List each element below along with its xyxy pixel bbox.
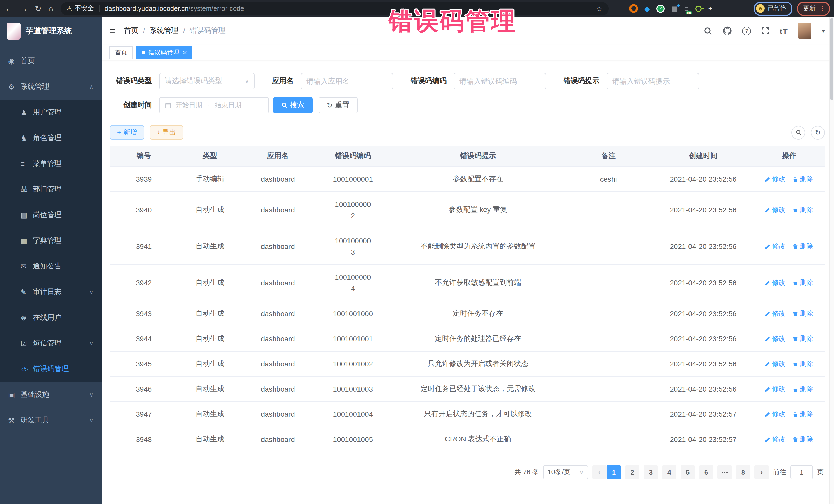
app-name-input[interactable] [301, 73, 393, 89]
delete-link[interactable]: 删除 [793, 385, 813, 394]
sidebar-item-system-mgmt[interactable]: ⚙系统管理∧ [0, 74, 102, 100]
grid-extension-icon[interactable]: ▦◆ [672, 5, 678, 12]
next-page-button[interactable]: › [754, 465, 769, 479]
refresh-table-button[interactable]: ↻ [811, 126, 825, 139]
browser-menu-kebab-icon[interactable]: ⋮ [819, 5, 826, 12]
browser-reload-icon[interactable]: ↻ [35, 5, 41, 12]
sidebar-item-label: 错误码管理 [33, 365, 69, 374]
error-hint-input[interactable] [607, 73, 699, 89]
breadcrumb-home[interactable]: 首页 [124, 26, 138, 36]
sidebar-item-notice[interactable]: ✉通知公告 [0, 254, 102, 279]
page-size-select[interactable]: 10条/页 ∨ [543, 465, 588, 479]
sidebar-item-dict-mgmt[interactable]: ▦字典管理 [0, 228, 102, 254]
help-icon[interactable]: ? [742, 26, 751, 35]
browser-forward-icon[interactable]: → [20, 5, 28, 12]
page-button-4[interactable]: 4 [662, 465, 676, 479]
edit-link[interactable]: 修改 [765, 410, 786, 419]
cell-id: 3947 [110, 401, 178, 427]
font-size-icon[interactable]: tT [780, 26, 788, 35]
add-button[interactable]: + 新增 [110, 125, 144, 139]
delete-link[interactable]: 删除 [793, 359, 813, 369]
role-icon: ♞ [21, 134, 33, 142]
edit-link[interactable]: 修改 [765, 309, 786, 318]
edit-link[interactable]: 修改 [765, 435, 786, 444]
orange-extension-icon[interactable] [629, 4, 638, 13]
sidebar-item-sms-mgmt[interactable]: ☑短信管理∨ [0, 330, 102, 356]
tab-error-code[interactable]: 错误码管理 ✕ [136, 46, 193, 59]
browser-profile-chip[interactable]: ☻ 已暂停 [754, 1, 792, 16]
page-button-2[interactable]: 2 [625, 465, 639, 479]
extension-on-badge: on [686, 11, 692, 14]
user-avatar[interactable] [798, 23, 812, 39]
sidebar-item-user-mgmt[interactable]: ♟用户管理 [0, 100, 102, 125]
search-icon[interactable] [704, 26, 712, 35]
tab-home[interactable]: 首页 [109, 46, 133, 59]
create-time-range-picker[interactable]: 开始日期 - 结束日期 [159, 97, 269, 113]
browser-update-chip[interactable]: 更新 ⋮ [797, 1, 830, 16]
edit-link[interactable]: 修改 [765, 334, 786, 343]
browser-home-icon[interactable]: ⌂ [48, 5, 53, 12]
hamburger-icon[interactable]: ≡ [109, 25, 115, 37]
sidebar-item-online-user[interactable]: ⊛在线用户 [0, 305, 102, 330]
sidebar-item-error-code-mgmt[interactable]: </>错误码管理 [0, 356, 102, 382]
edit-link[interactable]: 修改 [765, 359, 786, 369]
page-button-6[interactable]: 6 [699, 465, 714, 479]
sidebar-item-role-mgmt[interactable]: ♞角色管理 [0, 125, 102, 151]
error-code-type-select[interactable]: 请选择错误码类型 ∨ [159, 73, 255, 89]
breadcrumb-system[interactable]: 系统管理 [150, 26, 178, 36]
goto-page-input[interactable] [790, 465, 813, 479]
delete-link[interactable]: 删除 [793, 435, 813, 444]
column-header: 错误码编码 [313, 146, 392, 167]
sidebar-item-infrastructure[interactable]: ▣基础设施∨ [0, 382, 102, 408]
app-logo[interactable]: 芋道管理系统 [0, 17, 102, 45]
profile-avatar-icon: ☻ [756, 4, 765, 13]
avatar-caret-icon[interactable]: ▾ [822, 27, 825, 34]
key-extension-icon[interactable] [696, 5, 702, 12]
list-extension-icon[interactable]: ≡on [684, 5, 688, 12]
edit-link[interactable]: 修改 [765, 175, 786, 184]
edit-link[interactable]: 修改 [765, 205, 786, 215]
tab-close-icon[interactable]: ✕ [183, 49, 187, 55]
page-button-8[interactable]: 8 [736, 465, 750, 479]
cell-memo [564, 192, 653, 228]
export-button[interactable]: ↓ 导出 [150, 125, 183, 139]
scrollbar-thumb[interactable] [830, 18, 833, 100]
prev-page-button[interactable]: ‹ [592, 465, 607, 479]
sidebar-item-home[interactable]: ◉首页 [0, 48, 102, 74]
page-button-1[interactable]: 1 [607, 465, 621, 479]
sidebar-item-dept-mgmt[interactable]: 品部门管理 [0, 177, 102, 202]
delete-link[interactable]: 删除 [793, 410, 813, 419]
cell-type: 自动生成 [178, 326, 242, 351]
reset-button[interactable]: ↻ 重置 [319, 97, 358, 113]
github-icon[interactable] [723, 26, 732, 36]
cell-app: dashboard [242, 301, 313, 326]
delete-link[interactable]: 删除 [793, 309, 813, 318]
sidebar-item-audit-log[interactable]: ✎审计日志∨ [0, 279, 102, 305]
bookmark-star-icon[interactable]: ☆ [596, 4, 602, 13]
fullscreen-icon[interactable] [761, 27, 770, 35]
goto-label: 前往 [773, 467, 786, 477]
address-bar[interactable]: ⚠ 不安全 dashboard.yudao.iocoder.cn/system/… [60, 2, 609, 15]
green-extension-icon[interactable]: ✓ [657, 4, 665, 13]
page-button-5[interactable]: 5 [681, 465, 695, 479]
search-button[interactable]: 搜索 [273, 97, 312, 113]
delete-link[interactable]: 删除 [793, 242, 813, 251]
delete-link[interactable]: 删除 [793, 334, 813, 343]
sidebar-item-menu-mgmt[interactable]: ≡菜单管理 [0, 151, 102, 177]
edit-link[interactable]: 修改 [765, 278, 786, 287]
edit-link[interactable]: 修改 [765, 385, 786, 394]
page-ellipsis-button[interactable]: ⋯ [718, 465, 732, 479]
browser-back-icon[interactable]: ← [5, 5, 13, 12]
page-scrollbar[interactable] [829, 17, 834, 504]
delete-link[interactable]: 删除 [793, 278, 813, 287]
puzzle-extension-icon[interactable]: + [708, 5, 712, 12]
sidebar-item-dev-tools[interactable]: ⚒研发工具∨ [0, 408, 102, 433]
delete-link[interactable]: 删除 [793, 205, 813, 215]
sidebar-item-post-mgmt[interactable]: ▤岗位管理 [0, 202, 102, 228]
gem-extension-icon[interactable]: ◆ [644, 5, 650, 12]
delete-link[interactable]: 删除 [793, 175, 813, 184]
toggle-search-button[interactable] [791, 126, 805, 139]
edit-link[interactable]: 修改 [765, 242, 786, 251]
error-code-input[interactable] [454, 73, 546, 89]
page-button-3[interactable]: 3 [643, 465, 658, 479]
